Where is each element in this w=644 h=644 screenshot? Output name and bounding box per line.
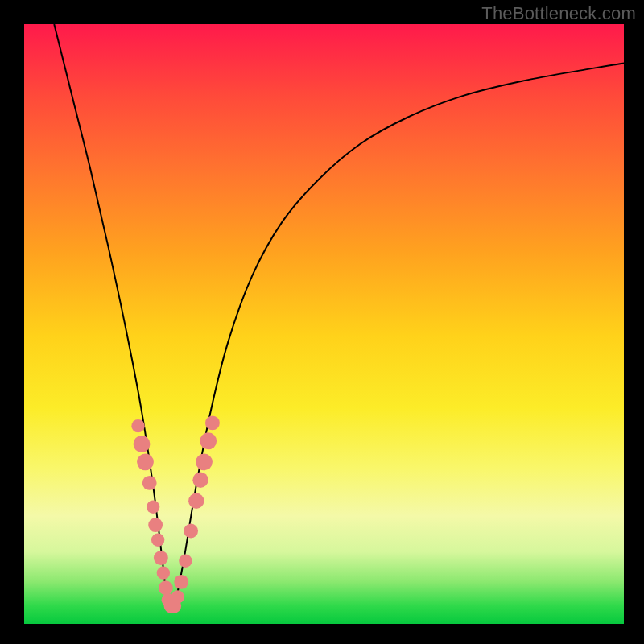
bead-marker [205, 415, 220, 430]
bead-marker [192, 473, 208, 488]
watermark-text: TheBottleneck.com [481, 3, 636, 24]
bead-marker [157, 566, 170, 579]
chart-frame: TheBottleneck.com [0, 0, 644, 644]
curve-layer [24, 24, 624, 624]
bead-marker [171, 590, 184, 603]
bottleneck-curve [54, 24, 624, 612]
bead-marker [200, 432, 217, 449]
bead-marker [174, 575, 188, 589]
bead-marker [196, 453, 213, 470]
bead-marker [188, 493, 204, 509]
bead-marker [147, 501, 159, 514]
plot-area [24, 24, 624, 624]
bead-marker [159, 580, 173, 595]
bead-marker [142, 476, 157, 490]
bead-marker [134, 436, 151, 452]
bead-marker [184, 524, 198, 539]
bead-marker [151, 534, 164, 547]
bead-marker [154, 551, 168, 565]
bead-marker [131, 419, 144, 432]
bead-marker [179, 555, 192, 568]
bead-marker [137, 453, 154, 470]
bead-marker [148, 518, 163, 532]
